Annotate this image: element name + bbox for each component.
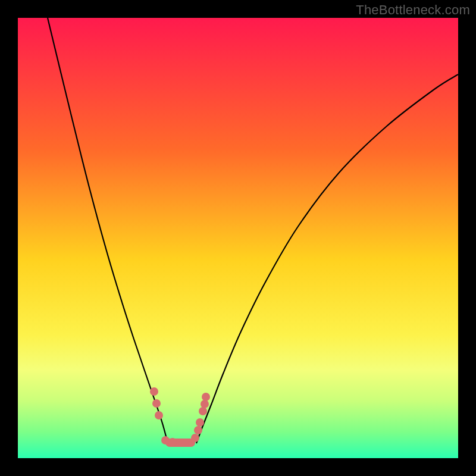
marker-dot — [196, 418, 204, 427]
watermark-label: TheBottleneck.com — [356, 2, 470, 18]
marker-dot — [199, 407, 207, 415]
marker-dot — [194, 426, 202, 434]
marker-dot — [202, 393, 210, 401]
marker-dot — [191, 434, 199, 442]
chart-frame: TheBottleneck.com — [0, 0, 476, 476]
marker-dot — [161, 436, 170, 444]
marker-dot — [168, 438, 177, 446]
marker-dot — [155, 411, 163, 419]
plot-area — [18, 18, 458, 458]
marker-dot — [152, 399, 161, 408]
gradient-background — [18, 18, 458, 458]
marker-dot — [177, 439, 185, 447]
bottleneck-curve-chart — [18, 18, 458, 458]
marker-dot — [201, 400, 209, 408]
marker-dot — [150, 387, 158, 396]
